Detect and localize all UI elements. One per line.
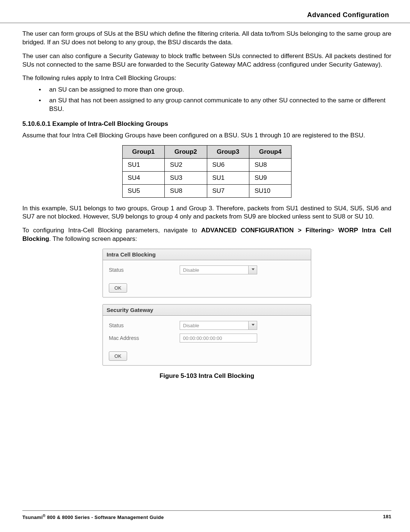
table-cell: SU8: [249, 158, 291, 171]
table-cell: SU7: [207, 184, 249, 197]
status-label: Status: [109, 267, 180, 273]
table-row: SU5 SU8 SU7 SU10: [122, 184, 291, 197]
security-gateway-panel: Security Gateway Status Disable Mac Addr…: [102, 304, 311, 366]
table-cell: SU6: [207, 158, 249, 171]
status-select-value: Disable: [183, 323, 199, 328]
table-cell: SU8: [165, 184, 207, 197]
table-row: SU1 SU2 SU6 SU8: [122, 158, 291, 171]
mac-address-input[interactable]: 00:00:00:00:00:00: [180, 334, 257, 343]
status-select-value: Disable: [183, 267, 199, 273]
table-cell: SU10: [249, 184, 291, 197]
footer-product-pre: Tsunami: [22, 515, 43, 520]
mac-address-value: 00:00:00:00:00:00: [183, 335, 222, 341]
status-select[interactable]: Disable: [180, 265, 257, 274]
para6-post: . The following screen appears:: [49, 235, 137, 242]
table-cell: SU3: [165, 171, 207, 184]
status-row: Status Disable: [109, 265, 305, 274]
mac-label: Mac Address: [109, 335, 180, 341]
paragraph-2: The user can also configure a Security G…: [22, 52, 391, 69]
figure-caption: Figure 5-103 Intra Cell Blocking: [22, 372, 391, 380]
group-table: Group1 Group2 Group3 Group4 SU1 SU2 SU6 …: [122, 145, 292, 198]
table-header: Group4: [249, 145, 291, 158]
table-cell: SU4: [122, 171, 164, 184]
header-rule: [0, 23, 410, 23]
paragraph-1: The user can form groups of SUs at the B…: [22, 30, 391, 47]
status-row: Status Disable: [109, 321, 305, 330]
paragraph-5: In this example, SU1 belongs to two grou…: [22, 204, 391, 222]
paragraph-6: To configuring Intra-Cell Blocking param…: [22, 226, 391, 243]
nav-path-1: ADVANCED CONFIGURATION > Filtering: [201, 227, 331, 234]
table-cell: SU1: [122, 158, 164, 171]
status-select[interactable]: Disable: [180, 321, 257, 330]
ok-button[interactable]: OK: [109, 283, 127, 293]
table-header: Group1: [122, 145, 164, 158]
footer-left: Tsunami® 800 & 8000 Series - Software Ma…: [22, 514, 164, 520]
table-row: SU4 SU3 SU1 SU9: [122, 171, 291, 184]
rule-item: an SU can be assigned to more than one g…: [49, 86, 391, 94]
para6-mid: >: [331, 227, 338, 234]
paragraph-4: Assume that four Intra Cell Blocking Gro…: [22, 131, 391, 140]
chevron-down-icon: [252, 324, 255, 326]
rules-list: an SU can be assigned to more than one g…: [22, 86, 391, 114]
paragraph-3: The following rules apply to Intra Cell …: [22, 74, 391, 82]
table-cell: SU9: [249, 171, 291, 184]
footer-page-number: 181: [383, 514, 391, 520]
rule-item: an SU that has not been assigned to any …: [49, 96, 391, 114]
panel-title: Security Gateway: [103, 305, 311, 316]
table-cell: SU5: [122, 184, 164, 197]
para6-pre: To configuring Intra-Cell Blocking param…: [22, 227, 201, 234]
section-subhead: 5.10.6.0.1 Example of Intra-Cell Blockin…: [22, 120, 391, 128]
screenshot-area: Intra Cell Blocking Status Disable OK Se…: [102, 249, 311, 366]
table-cell: SU2: [165, 158, 207, 171]
table-header: Group3: [207, 145, 249, 158]
table-cell: SU1: [207, 171, 249, 184]
chevron-down-icon: [252, 268, 255, 270]
panel-title: Intra Cell Blocking: [103, 249, 311, 260]
status-label: Status: [109, 322, 180, 328]
table-header: Group2: [165, 145, 207, 158]
page-header-title: Advanced Configuration: [22, 11, 391, 19]
footer-rule: [22, 510, 391, 511]
footer-product-post: 800 & 8000 Series - Software Management …: [45, 515, 164, 520]
ok-button[interactable]: OK: [109, 351, 127, 361]
mac-row: Mac Address 00:00:00:00:00:00: [109, 334, 305, 343]
page-footer: Tsunami® 800 & 8000 Series - Software Ma…: [22, 510, 391, 520]
intra-cell-blocking-panel: Intra Cell Blocking Status Disable OK: [102, 249, 311, 297]
